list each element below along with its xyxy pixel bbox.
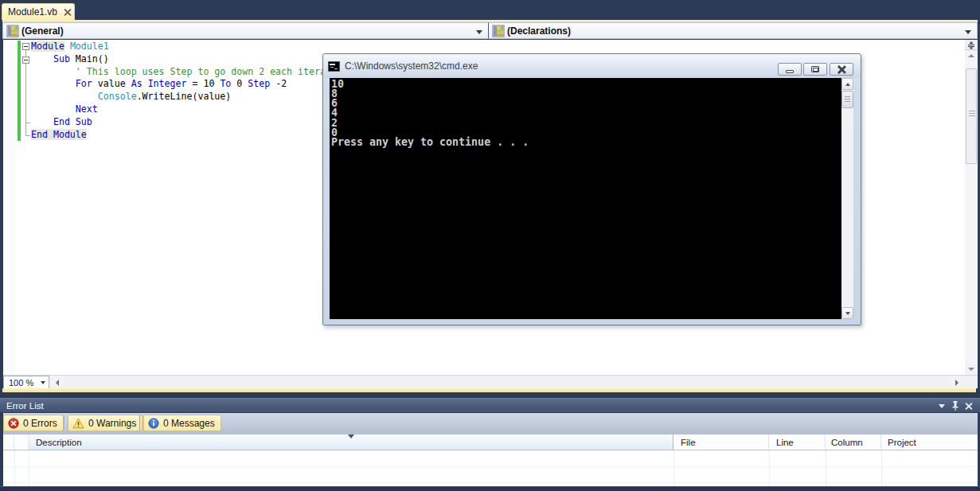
maximize-button[interactable]: [803, 63, 827, 76]
editor-bottom-accent: [2, 388, 976, 392]
fold-guide-end: [25, 123, 30, 123]
row-indicator-column-header: [3, 434, 14, 450]
arrow-down-icon: [845, 312, 850, 315]
maximize-icon: [811, 66, 819, 72]
messages-count-label: 0 Messages: [163, 418, 215, 429]
window-menu-icon[interactable]: [936, 400, 949, 411]
scrollbar-thumb[interactable]: [966, 68, 977, 164]
arrow-left-icon: [56, 380, 59, 386]
panel-bottom-edge: [0, 486, 980, 491]
chevron-down-icon: [476, 30, 482, 34]
grid-line: [3, 482, 978, 483]
error-icon: [8, 418, 19, 429]
column-header-line[interactable]: Line: [769, 434, 826, 450]
scroll-up-button[interactable]: [841, 78, 853, 90]
errorlist-toolbar: 0 Errors 0 Warnings 0 Messages: [3, 413, 978, 434]
grid-line: [881, 450, 882, 486]
tab-title: Module1.vb: [2, 6, 57, 18]
grid-line: [3, 466, 978, 467]
code-text[interactable]: Module Module1 Sub Main() ' This loop us…: [31, 41, 348, 141]
grid-line: [29, 450, 29, 486]
cmd-icon: [328, 61, 340, 72]
zoom-value: 100 %: [4, 378, 41, 388]
grid-line: [674, 450, 674, 486]
errors-count-label: 0 Errors: [23, 418, 57, 429]
scroll-down-button[interactable]: [841, 307, 853, 319]
messages-filter-button[interactable]: 0 Messages: [143, 415, 221, 431]
vb-module-icon: [492, 25, 505, 37]
info-icon: [148, 418, 159, 429]
console-output-text: 10 8 6 4 2 0 Press any key to continue .…: [331, 80, 529, 147]
sort-indicator-icon: [348, 434, 354, 438]
arrow-up-icon: [968, 54, 974, 57]
toolbar-separator: [139, 415, 140, 431]
vb-module-icon: [6, 25, 19, 37]
warning-icon: [72, 418, 84, 429]
indicator-margin: [3, 40, 15, 375]
members-dropdown-value: (Declarations): [507, 25, 571, 37]
arrow-right-icon: [955, 380, 959, 386]
console-window[interactable]: C:\Windows\system32\cmd.exe 10 8 6 4 2 0…: [322, 53, 861, 325]
fold-guide-end: [25, 135, 30, 136]
console-title: C:\Windows\system32\cmd.exe: [345, 60, 478, 72]
grid-line: [769, 450, 770, 486]
thumb-grip-icon: [969, 111, 975, 117]
zoom-dropdown[interactable]: 100 %: [3, 376, 49, 389]
grid-line: [14, 450, 15, 486]
code-line: End Module: [31, 129, 348, 142]
pin-icon[interactable]: [949, 400, 962, 411]
editor-horizontal-scrollbar[interactable]: 100 %: [3, 375, 978, 388]
errorlist-rows-area[interactable]: [3, 450, 978, 486]
close-icon: [837, 65, 846, 74]
console-output-area[interactable]: 10 8 6 4 2 0 Press any key to continue .…: [330, 78, 841, 319]
fold-collapse-icon[interactable]: [22, 43, 29, 50]
column-header-file[interactable]: File: [674, 434, 769, 450]
console-scrollbar[interactable]: [841, 78, 853, 319]
code-line: ' This loop uses Step to go down 2 each …: [31, 66, 348, 79]
code-line: Module Module1: [31, 41, 348, 53]
warnings-filter-button[interactable]: 0 Warnings: [68, 415, 143, 431]
types-dropdown[interactable]: (General): [2, 22, 489, 39]
arrow-up-icon: [845, 83, 850, 86]
close-icon[interactable]: [962, 400, 975, 411]
code-line: Sub Main(): [31, 53, 348, 66]
members-dropdown[interactable]: (Declarations): [489, 22, 978, 39]
panel-title: Error List: [0, 401, 936, 411]
chevron-down-icon: [965, 30, 971, 34]
errorlist-header-row: Description File Line Column Project: [3, 434, 978, 450]
scroll-up-button[interactable]: [965, 50, 978, 61]
grid-line: [826, 450, 826, 486]
fold-collapse-icon[interactable]: [22, 57, 29, 64]
scroll-left-button[interactable]: [51, 376, 64, 389]
toolbar-separator: [64, 415, 64, 431]
editor-vertical-scrollbar[interactable]: [965, 40, 978, 375]
document-tab-module1[interactable]: Module1.vb: [2, 3, 75, 20]
splitter-handle[interactable]: [965, 40, 978, 50]
code-line: End Sub: [31, 116, 348, 129]
errorlist-titlebar[interactable]: Error List: [0, 398, 980, 412]
code-line: Console.WriteLine(value): [31, 91, 348, 103]
minimize-button[interactable]: [778, 63, 802, 76]
editor-navigation-bar: (General) (Declarations): [2, 22, 978, 40]
code-line: For value As Integer = 10 To 0 Step -2: [31, 78, 348, 91]
arrow-down-icon: [968, 368, 974, 371]
column-header-description[interactable]: Description: [29, 434, 674, 450]
minimize-icon: [786, 70, 794, 73]
code-line: Next: [31, 103, 348, 116]
scrollbar-thumb[interactable]: [841, 91, 853, 108]
tab-close-icon[interactable]: [64, 9, 71, 16]
close-button[interactable]: [830, 63, 853, 76]
change-tracking-bar: [18, 41, 21, 141]
column-header-column[interactable]: Column: [826, 434, 881, 450]
scroll-right-button[interactable]: [951, 376, 963, 389]
scroll-down-button[interactable]: [965, 364, 978, 375]
warnings-count-label: 0 Warnings: [88, 418, 136, 429]
chevron-down-icon: [41, 381, 45, 384]
column-header-project[interactable]: Project: [881, 434, 978, 450]
icon-column-header: [14, 434, 29, 450]
errors-filter-button[interactable]: 0 Errors: [3, 415, 64, 431]
types-dropdown-value: (General): [21, 25, 64, 37]
